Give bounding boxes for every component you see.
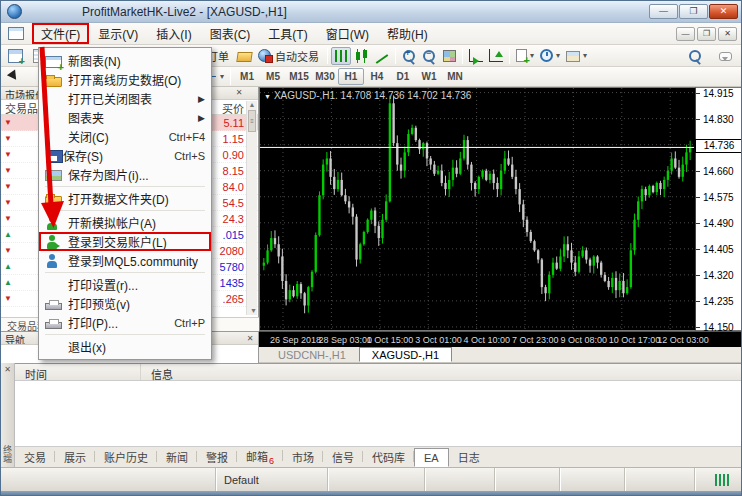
terminal-tab-代码库[interactable]: 代码库 (363, 447, 414, 467)
terminal-tab-日志[interactable]: 日志 (449, 447, 489, 467)
chart-tab-1[interactable]: XAGUSD-,H1 (359, 347, 452, 362)
menu-item-1[interactable]: 显示(V) (89, 23, 147, 44)
file-menu-item-7[interactable]: 打开数据文件夹(D) (39, 189, 211, 208)
chart-shift-button[interactable] (486, 47, 506, 65)
line-chart-button[interactable] (372, 47, 392, 65)
search-button[interactable] (685, 47, 705, 65)
file-menu-item-6[interactable]: 保存为图片(i)... (39, 165, 211, 184)
price-axis-label: 14.575 (703, 192, 734, 203)
file-menu-item-10[interactable]: 登录到MQL5.community (39, 251, 211, 270)
terminal-close-icon[interactable]: ✕ (4, 365, 11, 374)
file-menu-item-4[interactable]: 关闭(C)Ctrl+F4 (39, 127, 211, 146)
terminal-dock-strip: ✕ 终端 (1, 363, 15, 467)
terminal-tab-label: EA (424, 452, 439, 464)
periods-button[interactable]: ▾ (537, 47, 563, 65)
menu-item-5[interactable]: 窗口(W) (317, 23, 378, 44)
timeframe-H1[interactable]: H1 (338, 68, 364, 85)
timeframe-W1[interactable]: W1 (416, 68, 442, 85)
terminal-tab-信号[interactable]: 信号 (323, 447, 363, 467)
tile-windows-button[interactable] (439, 47, 459, 65)
tile-windows-icon (443, 50, 456, 62)
toolbar-button-label: 自动交易 (273, 48, 321, 64)
price-up-icon: ▲ (1, 230, 15, 239)
submenu-arrow-icon: ▶ (198, 94, 205, 104)
zoom-out-button[interactable] (419, 47, 439, 65)
chart-window-icon (8, 27, 24, 40)
minimize-button[interactable]: — (649, 4, 678, 19)
file-menu-item-2[interactable]: 打开已关闭图表▶ (39, 89, 211, 108)
mdi-restore-button[interactable]: ❐ (697, 27, 716, 41)
bar-chart-button[interactable] (331, 47, 351, 65)
file-menu-item-5[interactable]: 保存(S)Ctrl+S (39, 146, 211, 165)
close-button[interactable]: ✕ (709, 4, 738, 19)
profile-selector[interactable]: Default (216, 468, 328, 491)
timeframe-D1[interactable]: D1 (390, 68, 416, 85)
market-watch-close-icon[interactable]: ✕ (233, 87, 245, 99)
menu-item-2[interactable]: 插入(I) (147, 23, 200, 44)
menu-item-label: 打印预览(v) (68, 295, 130, 312)
menu-item-4[interactable]: 工具(T) (259, 23, 316, 44)
new-chart-icon (8, 49, 23, 63)
zoom-out-icon (422, 49, 436, 63)
timeframe-M15[interactable]: M15 (286, 68, 312, 85)
file-menu-item-13[interactable]: 打印(P)...Ctrl+P (39, 313, 211, 332)
auto-scroll-button[interactable] (466, 47, 486, 65)
terminal-column-time[interactable]: 时间 (15, 364, 141, 380)
indicators-button[interactable]: ▾ (513, 47, 537, 65)
file-menu-item-9[interactable]: 登录到交易账户(L) (39, 232, 211, 251)
terminal-tab-邮箱[interactable]: 邮箱6 (237, 446, 283, 468)
mailbox-button[interactable] (234, 47, 255, 65)
file-menu-item-0[interactable]: 新图表(N) (39, 51, 211, 70)
new-chart-icon (45, 56, 62, 68)
market-watch-scrollbar[interactable]: ▲≡▼ (246, 101, 257, 315)
chat-button[interactable] (715, 47, 735, 65)
restore-button[interactable]: ❐ (679, 4, 708, 19)
timeframe-H4[interactable]: H4 (364, 68, 390, 85)
menu-item-label: 登录到MQL5.community (68, 252, 198, 269)
file-menu-item-3[interactable]: 图表夹▶ (39, 108, 211, 127)
terminal-tab-展示[interactable]: 展示 (55, 447, 95, 467)
time-axis-label: 4 Oct 10:00 (464, 335, 511, 345)
cursor-tool-icon[interactable] (5, 68, 25, 86)
menu-item-label: 新图表(N) (68, 52, 121, 69)
terminal-column-message[interactable]: 信息 (141, 364, 742, 380)
terminal-tab-警报[interactable]: 警报 (197, 447, 237, 467)
terminal-tab-新闻[interactable]: 新闻 (157, 447, 197, 467)
new-chart-button[interactable] (5, 47, 26, 65)
terminal-tab-交易[interactable]: 交易 (15, 447, 55, 467)
candlestick-chart[interactable] (260, 88, 694, 330)
mdi-minimize-button[interactable]: — (676, 27, 695, 41)
file-menu-item-11[interactable]: 打印设置(r)... (39, 275, 211, 294)
file-menu-item-14[interactable]: 退出(x) (39, 337, 211, 356)
mdi-close-button[interactable]: ✕ (718, 27, 737, 41)
price-axis-label: 14.235 (703, 296, 734, 307)
navigator-close-icon[interactable]: ✕ (244, 333, 256, 344)
chart-canvas[interactable]: ▼XAGUSD-,H1. 14.708 14.736 14.702 14.736 (259, 87, 695, 331)
timeframe-M1[interactable]: M1 (234, 68, 260, 85)
menu-separator (45, 186, 205, 187)
time-axis-label: 10 Oct 17:00 (609, 335, 661, 345)
autotrading-button[interactable]: 自动交易 (255, 47, 324, 65)
zoom-in-button[interactable] (399, 47, 419, 65)
terminal-tab-账户历史[interactable]: 账户历史 (95, 447, 157, 467)
file-menu-item-12[interactable]: 打印预览(v) (39, 294, 211, 313)
templates-button[interactable]: ▾ (563, 47, 590, 65)
chart-collapse-icon[interactable]: ▼ (264, 93, 271, 100)
terminal-tab-EA[interactable]: EA (414, 448, 449, 467)
chart-tab-0[interactable]: USDCNH-,H1 (265, 347, 359, 362)
menu-item-6[interactable]: 帮助(H) (378, 23, 437, 44)
timeframe-M5[interactable]: M5 (260, 68, 286, 85)
chevron-down-icon: ▾ (530, 51, 534, 60)
menu-item-0[interactable]: 文件(F) (32, 23, 89, 44)
timeframe-M30[interactable]: M30 (312, 68, 338, 85)
timeframe-MN[interactable]: MN (442, 68, 468, 85)
window-frame-bottom (1, 491, 742, 496)
menu-item-3[interactable]: 图表(C) (201, 23, 260, 44)
terminal-tab-市场[interactable]: 市场 (283, 447, 323, 467)
price-axis-label: 14.830 (703, 114, 734, 125)
candlestick-button[interactable] (351, 47, 372, 65)
line-chart-icon (376, 54, 389, 64)
file-menu-item-1[interactable]: 打开离线历史数据(O) (39, 70, 211, 89)
menu-shortcut: Ctrl+P (166, 317, 205, 329)
file-menu-item-8[interactable]: 开新模拟帐户(A) (39, 213, 211, 232)
